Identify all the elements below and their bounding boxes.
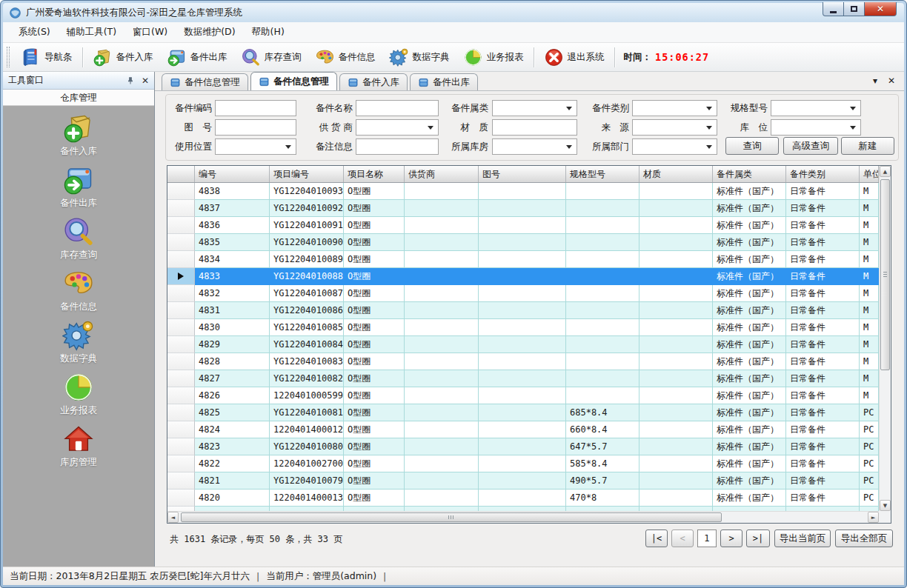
table-cell[interactable]: O型圈 (344, 438, 405, 455)
table-cell[interactable] (566, 285, 639, 302)
table-row[interactable]: 4837YG12204010092O型圈标准件（国产）日常备件M (167, 200, 879, 217)
table-cell[interactable]: 日常备件 (786, 251, 860, 268)
table-cell[interactable]: O型圈 (344, 404, 405, 421)
table-cell[interactable]: 4838 (195, 183, 270, 200)
toolbar-button-exit-system[interactable]: 退出系统 (537, 44, 611, 70)
table-cell[interactable]: O型圈 (344, 200, 405, 217)
table-cell[interactable]: 日常备件 (786, 217, 860, 234)
table-cell[interactable]: O型圈 (344, 268, 405, 285)
table-cell[interactable]: 日常备件 (786, 421, 860, 438)
combo-source[interactable] (632, 119, 717, 136)
table-cell[interactable]: M (860, 387, 879, 404)
table-cell[interactable]: O型圈 (344, 336, 405, 353)
table-cell[interactable] (479, 285, 566, 302)
advanced-query-button[interactable]: 高级查询 (783, 137, 838, 155)
table-cell[interactable] (639, 455, 713, 472)
table-cell[interactable] (566, 251, 639, 268)
table-cell[interactable]: M (860, 302, 879, 319)
table-cell[interactable]: 4827 (195, 370, 270, 387)
table-cell[interactable] (479, 421, 566, 438)
row-selector[interactable] (167, 302, 195, 319)
table-cell[interactable]: 4834 (195, 251, 270, 268)
column-header-supplier[interactable]: 供货商 (405, 166, 479, 182)
table-cell[interactable]: M (860, 336, 879, 353)
table-cell[interactable]: 4837 (195, 200, 270, 217)
input-material[interactable] (492, 119, 577, 136)
table-cell[interactable]: YG12204010080 (270, 438, 344, 455)
table-cell[interactable] (479, 387, 566, 404)
table-cell[interactable]: 660*8.4 (566, 421, 639, 438)
table-cell[interactable] (479, 336, 566, 353)
table-cell[interactable]: 647*5.7 (566, 438, 639, 455)
table-cell[interactable] (479, 455, 566, 472)
table-cell[interactable]: O型圈 (344, 251, 405, 268)
table-cell[interactable]: M (860, 353, 879, 370)
table-cell[interactable] (639, 319, 713, 336)
table-cell[interactable] (405, 319, 479, 336)
table-cell[interactable] (566, 353, 639, 370)
prev-page-button[interactable]: < (671, 529, 694, 547)
table-cell[interactable]: 标准件（国产） (713, 183, 786, 200)
table-row[interactable]: 4830YG12204010085O型圈标准件（国产）日常备件M (167, 319, 879, 336)
row-selector[interactable] (167, 353, 195, 370)
table-cell[interactable]: O型圈 (344, 285, 405, 302)
horizontal-scroll-thumb[interactable] (181, 512, 722, 522)
input-remark[interactable] (356, 138, 439, 155)
table-cell[interactable]: O型圈 (344, 353, 405, 370)
table-cell[interactable]: O型圈 (344, 370, 405, 387)
row-selector[interactable] (167, 421, 195, 438)
table-cell[interactable]: 标准件（国产） (713, 319, 786, 336)
scroll-up-icon[interactable]: ▲ (880, 166, 891, 177)
table-cell[interactable] (566, 319, 639, 336)
row-selector[interactable] (167, 319, 195, 336)
table-cell[interactable]: M (860, 285, 879, 302)
table-cell[interactable]: 标准件（国产） (713, 387, 786, 404)
sidebar-item-stock-query[interactable]: 库存查询 (3, 216, 154, 267)
row-selector[interactable] (167, 370, 195, 387)
table-row[interactable]: 4831YG12204010086O型圈标准件（国产）日常备件M (167, 302, 879, 319)
table-cell[interactable]: 标准件（国产） (713, 370, 786, 387)
table-cell[interactable]: 1220401400013 (270, 490, 344, 507)
table-cell[interactable] (405, 387, 479, 404)
table-cell[interactable] (405, 234, 479, 251)
table-cell[interactable]: 标准件（国产） (713, 285, 786, 302)
table-cell[interactable] (405, 490, 479, 507)
tab-close-icon[interactable]: ✕ (888, 76, 895, 85)
table-cell[interactable]: PC (860, 472, 879, 490)
table-row[interactable]: 4825YG12204010081O型圈685*8.4标准件（国产）日常备件PC (167, 404, 879, 421)
table-cell[interactable] (566, 183, 639, 200)
table-row[interactable]: 4821YG12204010079O型圈490*5.7标准件（国产）日常备件PC (167, 472, 879, 490)
combo-spec-model[interactable] (771, 100, 861, 116)
row-selector[interactable] (167, 234, 195, 251)
table-cell[interactable]: 1220401000599 (270, 387, 344, 404)
page-input[interactable]: 1 (697, 529, 717, 547)
table-cell[interactable] (405, 183, 479, 200)
table-cell[interactable] (639, 251, 713, 268)
column-header-material[interactable]: 材质 (639, 166, 713, 182)
table-cell[interactable]: 4832 (195, 285, 270, 302)
table-cell[interactable] (566, 200, 639, 217)
table-cell[interactable]: O型圈 (344, 472, 405, 490)
table-cell[interactable]: 日常备件 (786, 302, 860, 319)
table-cell[interactable]: 1220401400012 (270, 421, 344, 438)
table-cell[interactable]: 4823 (195, 438, 270, 455)
table-cell[interactable] (405, 421, 479, 438)
combo-part-category[interactable] (492, 100, 577, 116)
row-selector[interactable] (167, 183, 195, 200)
close-button[interactable]: ✕ (865, 2, 897, 16)
table-cell[interactable]: O型圈 (344, 421, 405, 438)
table-cell[interactable] (639, 387, 713, 404)
vertical-scroll-thumb[interactable] (880, 179, 890, 370)
toolbar-button-nav-bar[interactable]: 导航条 (14, 44, 79, 70)
table-cell[interactable] (405, 472, 479, 490)
table-cell[interactable]: O型圈 (344, 234, 405, 251)
table-cell[interactable]: YG12204010087 (270, 285, 344, 302)
table-cell[interactable]: 日常备件 (786, 268, 860, 285)
table-cell[interactable] (566, 336, 639, 353)
toolbar-button-parts-inbound[interactable]: 备件入库 (86, 44, 160, 70)
table-cell[interactable] (566, 387, 639, 404)
export-all-pages-button[interactable]: 导出全部页 (835, 529, 893, 547)
table-cell[interactable]: 4831 (195, 302, 270, 319)
sidebar-close-icon[interactable]: ✕ (142, 76, 149, 85)
table-row[interactable]: 48261220401000599O型圈标准件（国产）日常备件M (167, 387, 879, 404)
